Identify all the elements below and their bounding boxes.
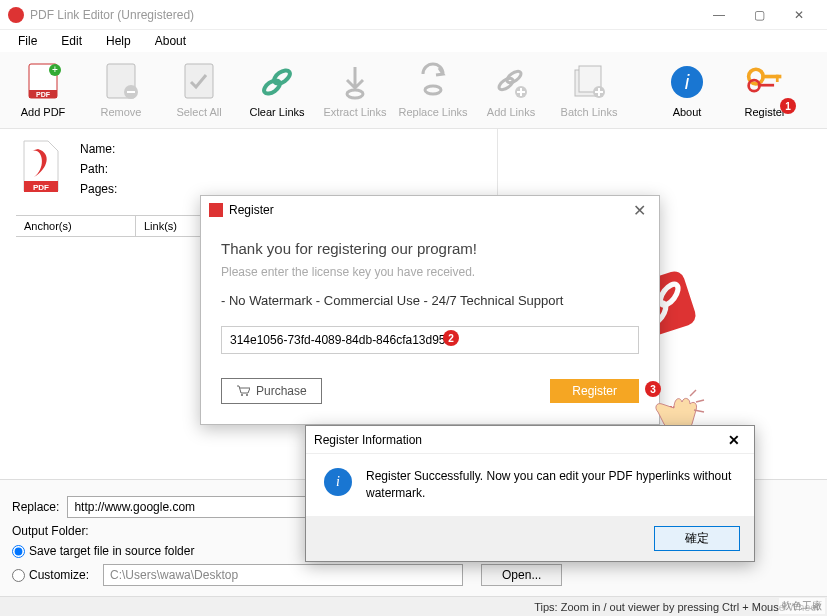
register-heading: Thank you for registering our program! — [221, 240, 639, 257]
tool-label: Batch Links — [561, 106, 618, 118]
svg-rect-8 — [185, 64, 213, 98]
menu-file[interactable]: File — [6, 32, 49, 50]
open-button[interactable]: Open... — [481, 564, 562, 586]
tool-add-links: Add Links — [472, 58, 550, 122]
svg-line-33 — [690, 390, 696, 396]
select-all-icon — [179, 62, 219, 102]
output-folder-label: Output Folder: — [12, 524, 89, 538]
tool-about[interactable]: i About — [648, 58, 726, 122]
label-name: Name: — [80, 139, 117, 159]
app-icon — [8, 7, 24, 23]
maximize-button[interactable]: ▢ — [739, 0, 779, 30]
info-message: Register Successfully. Now you can edit … — [366, 468, 736, 502]
titlebar: PDF Link Editor (Unregistered) — ▢ ✕ — [0, 0, 827, 30]
replace-icon — [413, 62, 453, 102]
svg-point-14 — [505, 69, 523, 85]
svg-point-32 — [246, 394, 248, 396]
remove-icon — [101, 62, 141, 102]
dialog-title: Register — [229, 203, 627, 217]
dialog-close-button[interactable]: ✕ — [627, 201, 651, 220]
ok-button[interactable]: 確定 — [654, 526, 740, 551]
pdf-icon: PDF+ — [23, 62, 63, 102]
about-icon: i — [667, 62, 707, 102]
register-label: Register — [572, 384, 617, 398]
svg-text:+: + — [52, 64, 58, 75]
minimize-button[interactable]: — — [699, 0, 739, 30]
info-title: Register Information — [314, 433, 722, 447]
tool-select-all: Select All — [160, 58, 238, 122]
purchase-button[interactable]: Purchase — [221, 378, 322, 404]
info-dialog: Register Information ✕ i Register Succes… — [305, 425, 755, 562]
menu-about[interactable]: About — [143, 32, 198, 50]
dialog-titlebar: Register ✕ — [201, 196, 659, 224]
svg-point-31 — [241, 394, 243, 396]
svg-point-10 — [272, 68, 292, 87]
label-pages: Pages: — [80, 179, 117, 199]
clear-links-icon — [257, 62, 297, 102]
status-tip: Tips: Zoom in / out viewer by pressing C… — [534, 601, 819, 613]
menu-edit[interactable]: Edit — [49, 32, 94, 50]
svg-text:PDF: PDF — [36, 91, 51, 98]
addlinks-icon — [491, 62, 531, 102]
dialog-icon — [209, 203, 223, 217]
toolbar: PDF+ Add PDF Remove Select All Clear Lin… — [0, 52, 827, 129]
close-button[interactable]: ✕ — [779, 0, 819, 30]
svg-point-9 — [262, 78, 282, 97]
svg-rect-7 — [127, 91, 135, 93]
col-anchors[interactable]: Anchor(s) — [16, 216, 136, 236]
tool-label: About — [673, 106, 702, 118]
svg-text:i: i — [685, 71, 690, 93]
tool-label: Replace Links — [398, 106, 467, 118]
register-subheading: Please enter the license key you have re… — [221, 265, 639, 279]
step-badge-1: 1 — [780, 98, 796, 114]
menu-help[interactable]: Help — [94, 32, 143, 50]
license-key-input[interactable] — [221, 326, 639, 354]
tool-label: Add PDF — [21, 106, 66, 118]
menubar: File Edit Help About — [0, 30, 827, 52]
register-dialog: Register ✕ Thank you for registering our… — [200, 195, 660, 425]
cart-icon — [236, 385, 250, 397]
tool-add-pdf[interactable]: PDF+ Add PDF — [4, 58, 82, 122]
svg-rect-23 — [776, 75, 779, 82]
tool-label: Add Links — [487, 106, 535, 118]
purchase-label: Purchase — [256, 384, 307, 398]
svg-rect-25 — [758, 84, 774, 87]
register-features: - No Watermark - Commercial Use - 24/7 T… — [221, 293, 639, 308]
batch-icon — [569, 62, 609, 102]
tool-label: Remove — [101, 106, 142, 118]
radio-customize[interactable] — [12, 569, 25, 582]
custom-path-input[interactable] — [103, 564, 463, 586]
col-links[interactable]: Link(s) — [136, 216, 185, 236]
tool-register[interactable]: Register 1 — [726, 58, 804, 122]
replace-label: Replace: — [12, 500, 59, 514]
info-titlebar: Register Information ✕ — [306, 426, 754, 454]
pdf-file-icon: PDF — [16, 139, 64, 194]
file-info: PDF Name: Path: Pages: — [16, 139, 481, 199]
svg-text:PDF: PDF — [33, 183, 49, 192]
tool-label: Extract Links — [324, 106, 387, 118]
radio-source-folder[interactable] — [12, 545, 25, 558]
register-button[interactable]: Register 3 — [550, 379, 639, 403]
tool-batch-links: Batch Links — [550, 58, 628, 122]
window-title: PDF Link Editor (Unregistered) — [30, 8, 699, 22]
tool-clear-links[interactable]: Clear Links — [238, 58, 316, 122]
key-icon — [745, 62, 785, 102]
step-badge-2: 2 — [443, 330, 459, 346]
info-icon: i — [324, 468, 352, 496]
label-path: Path: — [80, 159, 117, 179]
tool-label: Select All — [176, 106, 221, 118]
extract-icon — [335, 62, 375, 102]
svg-point-12 — [425, 86, 441, 94]
watermark-stamp: 軟色工廠 — [779, 598, 825, 614]
svg-line-34 — [696, 400, 704, 402]
radio-source-label: Save target file in source folder — [29, 544, 194, 558]
svg-point-11 — [347, 90, 363, 98]
status-bar: Tips: Zoom in / out viewer by pressing C… — [0, 596, 827, 616]
tool-extract-links: Extract Links — [316, 58, 394, 122]
tool-replace-links: Replace Links — [394, 58, 472, 122]
info-close-button[interactable]: ✕ — [722, 432, 746, 448]
tool-label: Clear Links — [249, 106, 304, 118]
tool-remove: Remove — [82, 58, 160, 122]
radio-custom-label: Customize: — [29, 568, 89, 582]
